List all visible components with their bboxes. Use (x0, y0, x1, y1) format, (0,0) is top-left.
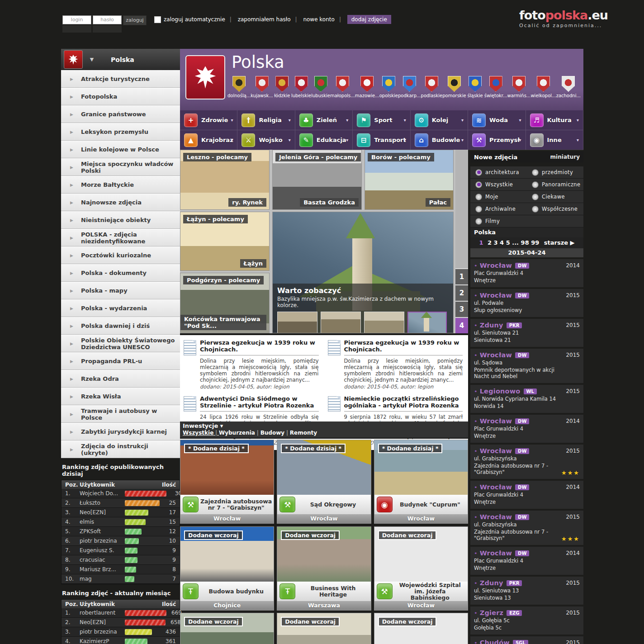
category-item[interactable]: ✎ Edukacja ▾ (295, 130, 353, 150)
slideshow-thumb-3[interactable] (364, 312, 404, 333)
entry-city-link[interactable]: Zduny (480, 322, 503, 329)
photo-entry[interactable]: • Zduny PKR 2015 ul. Sieniutowa 21 Sieni… (470, 319, 583, 347)
category-item[interactable]: ⚒ Przemysł ▾ (468, 130, 526, 150)
entry-city-link[interactable]: Wrocław (480, 292, 512, 299)
category-item[interactable]: ≋ Woda ▾ (468, 110, 526, 130)
tab-remonty[interactable]: Remonty (290, 430, 317, 436)
entry-city-link[interactable]: Wrocław (480, 483, 512, 491)
rank-user-link[interactable]: robertlaurent (80, 610, 125, 616)
tab-budowy[interactable]: Budowy (260, 430, 290, 436)
password-input[interactable]: hasło (93, 15, 122, 24)
sidebar-menu-item[interactable]: ▶ POLSKA - zdjęcia niezidentyfikowane (61, 229, 180, 246)
chevron-down-icon[interactable]: ▾ (289, 137, 291, 142)
pagination-pages[interactable]: 2 3 4 5 ... 98 99 (488, 239, 539, 246)
photo-entry[interactable]: • Wrocław DW 2014 Plac Grunwaldzki 4 Wnę… (470, 259, 583, 287)
voivodeship-link[interactable]: świętokr... (484, 76, 507, 98)
filter-archiwalne[interactable]: Archiwalne (470, 206, 527, 213)
sidebar-menu-item[interactable]: ▶ Tramwaje i autobusy w Polsce (61, 405, 180, 423)
sidebar-menu-item[interactable]: ▶ Zdjęcia do instrukcji (ukryte) (61, 440, 180, 458)
featured-tile-leszno[interactable]: Leszno - polecamy ry. Rynek (180, 150, 270, 210)
voivodeship-link[interactable]: łódzkie (273, 76, 291, 98)
investment-card[interactable]: Dodane wczoraj (180, 613, 274, 644)
voivodeship-link[interactable]: śląskie (466, 76, 484, 98)
category-item[interactable]: ♬ Kultura ▾ (526, 110, 583, 130)
voivodeship-link[interactable]: opolskie (379, 76, 398, 98)
filter-wszystkie[interactable]: Wszystkie (470, 181, 527, 188)
article-title[interactable]: Niemieckie początki strzelińskiego ogóln… (344, 395, 463, 412)
sidebar-menu-item[interactable]: ▶ Granice państwowe (61, 105, 180, 123)
category-item[interactable]: ⚑ Sport ▾ (353, 110, 410, 130)
entry-city-link[interactable]: Zgierz (480, 609, 504, 616)
photo-entry[interactable]: • Wrocław DW 2015 ul. Grabiszyńska Zajez… (470, 511, 583, 545)
entry-city-link[interactable]: Zduny (480, 579, 503, 587)
photo-entry[interactable]: • Chudów SGL 2015 ul. Dwór Kapliczka ★★★ (470, 636, 583, 644)
sidebar-menu-item[interactable]: ▶ Rzeka Odra (61, 370, 180, 388)
rank-user-link[interactable]: ZPKSoft (80, 528, 125, 535)
sidebar-menu-item[interactable]: ▶ Zabytki jurysdykcji karnej (61, 423, 180, 440)
category-item[interactable]: ⌂ Budowle ▾ (411, 130, 468, 150)
filter-wspolczesne[interactable]: Współczesne (527, 206, 583, 213)
sidebar-menu-item[interactable]: ▶ Polska - wydarzenia (61, 299, 180, 317)
investment-card[interactable]: Dodane wczoraj ⚒ Wojewódzki Szpital im. … (374, 526, 468, 611)
new-account-link[interactable]: nowe konto (303, 16, 341, 23)
chevron-down-icon[interactable]: ▾ (346, 118, 348, 123)
sidebar-menu-item[interactable]: ▶ Polska - dokumenty (61, 264, 180, 282)
investment-card[interactable]: Dodane wczoraj (277, 613, 371, 644)
pagination-older-link[interactable]: starsze ▶ (544, 239, 575, 246)
sidebar-menu-item[interactable]: ▶ Leksykon przemysłu (61, 123, 180, 141)
voivodeship-link[interactable]: lubelskie (291, 76, 311, 98)
investment-card[interactable]: * Dodane dzisiaj * ◉ Budynek "Cuprum" Wr… (374, 440, 468, 524)
slideshow-thumb-2[interactable] (321, 312, 361, 333)
forgot-password-link[interactable]: zapomniałem hasło (238, 16, 297, 23)
rank-user-link[interactable]: cracusiac (80, 557, 125, 563)
entry-city-link[interactable]: Wrocław (480, 417, 512, 425)
sidebar-menu-item[interactable]: ▶ Polskie Obiekty Światowego Dziedzictwa… (61, 335, 180, 352)
pager-page-4-active[interactable]: 4 (455, 317, 468, 333)
rank-user-link[interactable]: KazimierzP (80, 638, 125, 644)
photo-entry[interactable]: • Zduny PKR 2015 ul. Sieniutowa 13 Sieni… (470, 577, 583, 605)
filter-ciekawe[interactable]: Ciekawe (527, 194, 583, 200)
rank-user-link[interactable]: elmis (80, 519, 125, 525)
login-button[interactable]: zaloguj (123, 15, 147, 25)
entry-city-link[interactable]: Wrocław (480, 262, 512, 269)
photo-entry[interactable]: • Wrocław DW 2014 Plac Grunwaldzki 4 Wnę… (470, 415, 583, 443)
voivodeship-link[interactable]: podlaskie (421, 76, 443, 98)
photo-entry[interactable]: • Wrocław DW 2014 Plac Grunwaldzki 4 Wnę… (470, 547, 583, 575)
featured-tile-podgorzyn[interactable]: Podgórzyn - polecamy Końcówka tramwajowa… (180, 273, 270, 333)
featured-tile-borow[interactable]: Borów - polecamy Pałac (365, 150, 454, 210)
pagination-current-page[interactable]: 1 (479, 239, 483, 246)
sidebar-menu-item[interactable]: ▶ Nieistniejące obiekty (61, 211, 180, 229)
voivodeship-link[interactable]: kujawsk... (251, 76, 273, 98)
add-photo-button[interactable]: dodaj zdjęcie (347, 15, 391, 24)
rank-user-link[interactable]: Wojciech Do... (80, 490, 125, 497)
pager-page-1[interactable]: 1 (455, 268, 468, 284)
entry-city-link[interactable]: Chudów (480, 639, 510, 644)
entry-city-link[interactable]: Wrocław (480, 447, 512, 455)
rank-user-link[interactable]: Eugeniusz S. (80, 547, 125, 554)
entry-city-link[interactable]: Legionowo (480, 388, 521, 395)
pager-page-2[interactable]: 2 (455, 284, 468, 301)
sidebar-menu-item[interactable]: ▶ Pocztówki kuriozalne (61, 246, 180, 264)
sidebar-menu-item[interactable]: ▶ Polska - mapy (61, 282, 180, 299)
pager-page-3[interactable]: 3 (455, 301, 468, 317)
voivodeship-link[interactable]: małopols... (330, 76, 355, 98)
rank-user-link[interactable]: Neo[EZN] (80, 619, 125, 625)
rank-user-link[interactable]: Mariusz Brz... (80, 566, 125, 573)
entry-city-link[interactable]: Wrocław (480, 549, 512, 557)
voivodeship-link[interactable]: wielkopol... (530, 76, 556, 98)
rank-user-link[interactable]: Łukszto (80, 500, 125, 506)
voivodeship-link[interactable]: mazowie... (355, 76, 379, 98)
featured-tile-lazyn[interactable]: Łążyn - polecamy Łążyn (180, 212, 270, 271)
sidebar-menu-item[interactable]: ▶ Polska dawniej i dziś (61, 317, 180, 335)
chevron-down-icon[interactable]: ▾ (577, 118, 579, 123)
chevron-down-icon[interactable]: ▾ (289, 118, 291, 123)
rank-user-link[interactable]: piotr brzezina (80, 538, 125, 544)
filter-przedmioty[interactable]: przedmioty (527, 169, 583, 176)
chevron-down-icon[interactable]: ▼ (83, 57, 101, 62)
category-item[interactable]: ♣ Zieleń ▾ (295, 110, 353, 130)
chevron-down-icon[interactable]: ▾ (519, 137, 521, 142)
auto-login-checkbox[interactable] (154, 16, 161, 23)
slideshow-thumb-4-active[interactable] (407, 312, 447, 333)
investment-card[interactable]: * Dodane dzisiaj * ⚒ Zajezdnia autobusow… (180, 440, 274, 524)
entry-city-link[interactable]: Wrocław (480, 513, 512, 521)
